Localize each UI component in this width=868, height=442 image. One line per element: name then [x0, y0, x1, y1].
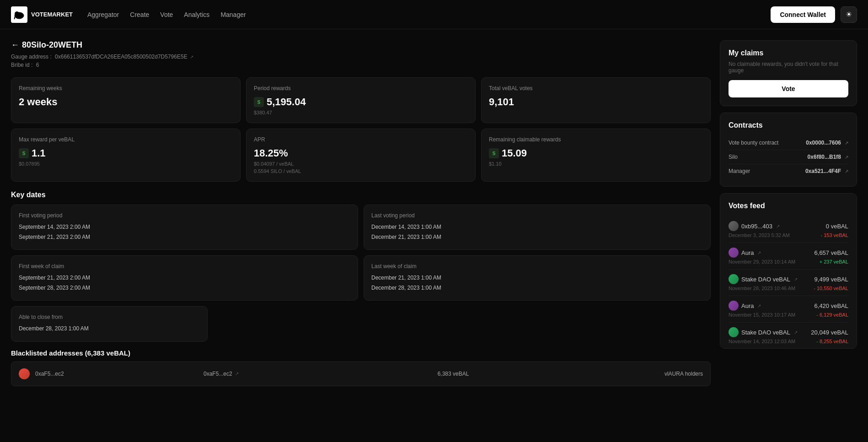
vote-avatar-3 [729, 301, 739, 311]
bribe-id-value: 6 [36, 62, 39, 68]
stat-total-vebal: Total veBAL votes 9,101 [481, 77, 711, 123]
contract-name-bounty: Vote bounty contract [729, 140, 778, 146]
date-close-from: Able to close from December 28, 2023 1:0… [11, 306, 208, 342]
vote-date-1: November 29, 2023 10:14 AM [729, 259, 795, 264]
vote-change-1: + 237 veBAL [820, 259, 848, 264]
theme-toggle-button[interactable]: ☀ [841, 6, 857, 23]
stat-value-remaining-weeks: 2 weeks [19, 96, 233, 108]
stat-label-period-rewards: Period rewards [254, 85, 468, 92]
claims-subtitle: No claimable rewards, you didn't vote fo… [729, 61, 848, 74]
vote-entity-0: 0xb95...403 ↗ [729, 221, 780, 231]
votes-feed-card: Votes feed 0xb95...403 ↗ 0 veBAL Decembe… [720, 193, 857, 349]
silo-token-icon-1: S [254, 97, 264, 107]
vote-row-top-1: Aura ↗ 6,657 veBAL [729, 248, 848, 258]
vote-entity-2: Stake DAO veBAL ↗ [729, 274, 798, 284]
vote-entity-link-0[interactable]: ↗ [776, 224, 780, 229]
vote-item-1: Aura ↗ 6,657 veBAL November 29, 2023 10:… [729, 243, 848, 270]
stat-sub-period-rewards: $380.47 [254, 110, 468, 115]
date-label-last-voting: Last voting period [371, 212, 703, 219]
blacklist-title: Blacklisted addresses (6,383 veBAL) [11, 349, 711, 357]
gauge-address-link-icon[interactable]: ↗ [190, 54, 193, 59]
stat-value-total-vebal: 9,101 [489, 96, 703, 108]
date-value-last-voting: December 14, 2023 1:00 AM December 21, 2… [371, 222, 703, 242]
stat-sub-apr-2: 0.5594 SILO / veBAL [254, 168, 468, 174]
logo[interactable]: VOTEMARKET [11, 6, 73, 23]
vote-avatar-1 [729, 248, 739, 258]
contract-link-manager[interactable]: ↗ [845, 169, 848, 174]
blacklist-addr2-link-icon[interactable]: ↗ [235, 371, 239, 376]
vote-change-3: - 6,129 veBAL [816, 312, 848, 318]
stat-label-apr: APR [254, 136, 468, 143]
stat-value-remaining-claimable: S 15.09 [489, 147, 703, 159]
date-first-claim: First week of claim September 21, 2023 2… [11, 255, 358, 301]
stat-value-max-reward: S 1.1 [19, 147, 233, 159]
vote-entity-link-1[interactable]: ↗ [757, 250, 761, 255]
vote-row-top-3: Aura ↗ 6,420 veBAL [729, 301, 848, 311]
vote-avatar-2 [729, 274, 739, 284]
stats-grid-row2: Max reward per veBAL S 1.1 $0.07895 APR … [11, 129, 711, 182]
contract-name-manager: Manager [729, 168, 750, 174]
stat-sub-max-reward: $0.07895 [19, 161, 233, 167]
vote-amount-1: 6,657 veBAL [814, 249, 848, 256]
contract-name-silo: Silo [729, 154, 738, 160]
vote-entity-link-4[interactable]: ↗ [794, 330, 798, 335]
navbar: VOTEMARKET Aggregator Create Vote Analyt… [0, 0, 868, 29]
gauge-address: 0x6661136537dfDCA26EEA05c8500502d7D5796E… [55, 54, 188, 60]
contract-row-bounty: Vote bounty contract 0x0000...7606 ↗ [729, 136, 848, 150]
vote-amount-2: 9,499 veBAL [814, 276, 848, 283]
back-link[interactable]: ← 80Silo-20WETH [11, 40, 711, 50]
right-panel: My claims No claimable rewards, you didn… [720, 40, 857, 386]
main-content: ← 80Silo-20WETH Gauge address : 0x666113… [0, 29, 868, 386]
dates-grid: First voting period September 14, 2023 2… [11, 205, 711, 301]
date-last-voting: Last voting period December 14, 2023 1:0… [364, 205, 711, 250]
date-label-last-claim: Last week of claim [371, 263, 703, 270]
vote-row-top-0: 0xb95...403 ↗ 0 veBAL [729, 221, 848, 231]
nav-create[interactable]: Create [130, 9, 149, 20]
contract-row-manager: Manager 0xa521...4F4F ↗ [729, 164, 848, 178]
nav-aggregator[interactable]: Aggregator [87, 9, 119, 20]
key-dates-title: Key dates [11, 191, 711, 199]
contract-link-silo[interactable]: ↗ [845, 155, 848, 160]
nav-analytics[interactable]: Analytics [184, 9, 209, 20]
contract-row-silo: Silo 0x6f80...B1f8 ↗ [729, 150, 848, 164]
stat-label-remaining-weeks: Remaining weeks [19, 85, 233, 92]
vote-date-4: November 14, 2023 12:03 AM [729, 339, 795, 344]
vote-avatar-0 [729, 221, 739, 231]
date-value-first-voting: September 14, 2023 2:00 AM September 21,… [19, 222, 350, 242]
stat-label-remaining-claimable: Remaining claimable rewards [489, 136, 703, 143]
date-first-voting: First voting period September 14, 2023 2… [11, 205, 358, 250]
date-value-close: December 28, 2023 1:00 AM [19, 324, 200, 334]
vote-button[interactable]: Vote [729, 80, 848, 97]
date-last-claim: Last week of claim December 21, 2023 1:0… [364, 255, 711, 301]
date-value-last-claim: December 21, 2023 1:00 AM December 28, 2… [371, 273, 703, 293]
gauge-address-label: Gauge address : 0x6661136537dfDCA26EEA05… [11, 54, 711, 60]
vote-amount-0: 0 veBAL [826, 223, 848, 230]
vote-amount-3: 6,420 veBAL [814, 302, 848, 309]
date-label-first-voting: First voting period [19, 212, 350, 219]
stat-period-rewards: Period rewards S 5,195.04 $380.47 [246, 77, 476, 123]
blacklist-addr2: 0xaF5...ec2 ↗ [204, 371, 366, 377]
stat-value-period-rewards: S 5,195.04 [254, 96, 468, 108]
blacklist-addr1: 0xaF5...ec2 [35, 371, 198, 377]
vote-entity-3: Aura ↗ [729, 301, 761, 311]
nav-vote[interactable]: Vote [160, 9, 173, 20]
stat-apr: APR 18.25% $0.04097 / veBAL 0.5594 SILO … [246, 129, 476, 182]
nav-manager[interactable]: Manager [220, 9, 246, 20]
contract-link-bounty[interactable]: ↗ [845, 140, 848, 146]
silo-token-icon-3: S [489, 148, 499, 158]
vote-entity-link-2[interactable]: ↗ [794, 277, 798, 282]
vote-entity-link-3[interactable]: ↗ [757, 303, 761, 308]
contract-addr-bounty: 0x0000...7606 ↗ [806, 140, 848, 146]
vote-row-top-4: Stake DAO veBAL ↗ 20,049 veBAL [729, 327, 848, 337]
back-arrow: ← [11, 40, 19, 50]
bribe-id-label: Bribe id : 6 [11, 62, 711, 68]
contracts-title: Contracts [729, 121, 848, 129]
blacklist-row: 0xaF5...ec2 0xaF5...ec2 ↗ 6,383 veBAL vl… [11, 361, 711, 386]
nav-right: Connect Wallet ☀ [771, 6, 857, 23]
vote-avatar-4 [729, 327, 739, 337]
vote-row-top-2: Stake DAO veBAL ↗ 9,499 veBAL [729, 274, 848, 284]
date-label-close: Able to close from [19, 314, 200, 320]
stat-remaining-weeks: Remaining weeks 2 weeks [11, 77, 241, 123]
connect-wallet-button[interactable]: Connect Wallet [771, 6, 835, 23]
stat-label-total-vebal: Total veBAL votes [489, 85, 703, 92]
